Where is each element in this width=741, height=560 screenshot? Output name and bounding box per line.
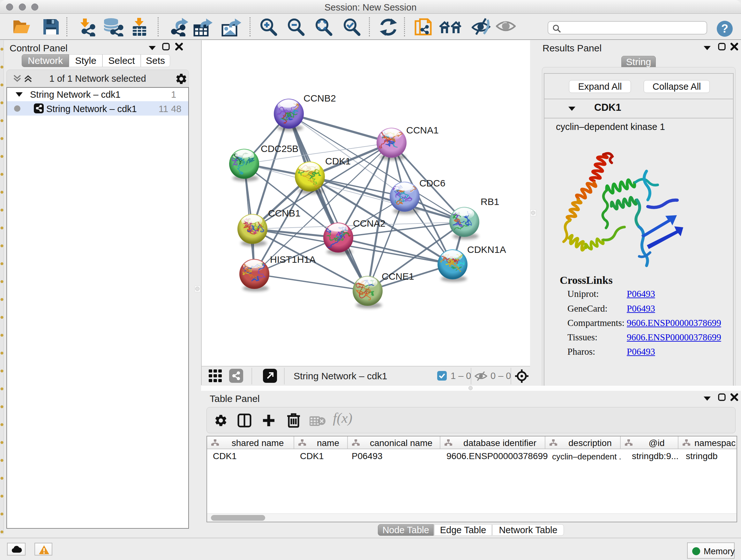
svg-text:?: ? bbox=[721, 22, 728, 35]
svg-text:CDC25B: CDC25B bbox=[261, 143, 298, 154]
svg-text:CDK1: CDK1 bbox=[325, 156, 351, 166]
svg-text:CCNA1: CCNA1 bbox=[406, 125, 439, 135]
svg-text:CCNB1: CCNB1 bbox=[268, 208, 300, 219]
svg-text:CDC6: CDC6 bbox=[419, 178, 446, 188]
svg-text:CDKN1A: CDKN1A bbox=[467, 244, 506, 255]
svg-text:RB1: RB1 bbox=[481, 196, 499, 207]
svg-text:CCNA2: CCNA2 bbox=[353, 218, 386, 229]
svg-text:HIST1H1A: HIST1H1A bbox=[270, 254, 316, 265]
svg-text:CCNE1: CCNE1 bbox=[382, 271, 414, 282]
svg-text:CCNB2: CCNB2 bbox=[304, 93, 336, 104]
